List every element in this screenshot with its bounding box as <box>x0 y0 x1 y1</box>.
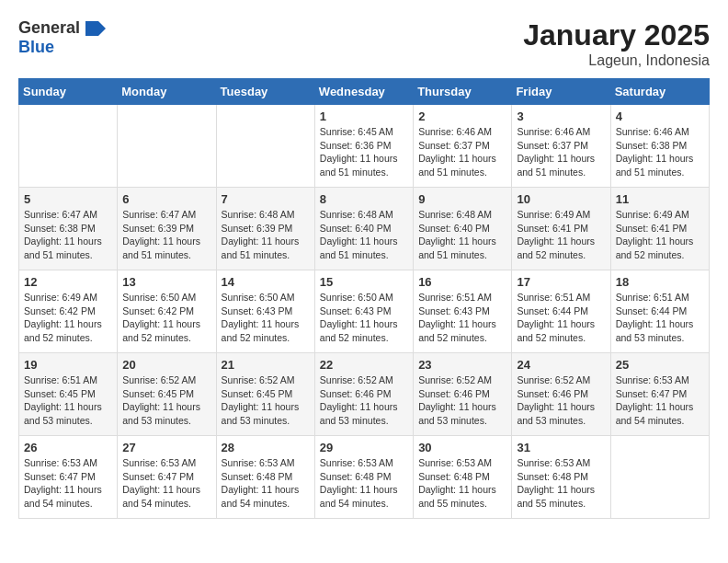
logo: General Blue <box>18 18 106 57</box>
day-number: 24 <box>517 358 605 372</box>
table-row: 23Sunrise: 6:52 AM Sunset: 6:46 PM Dayli… <box>414 353 512 436</box>
header-sunday: Sunday <box>19 79 118 105</box>
header-monday: Monday <box>118 79 216 105</box>
table-row: 7Sunrise: 6:48 AM Sunset: 6:39 PM Daylig… <box>216 188 314 270</box>
day-info: Sunrise: 6:53 AM Sunset: 6:47 PM Dayligh… <box>122 456 210 511</box>
table-row: 9Sunrise: 6:48 AM Sunset: 6:40 PM Daylig… <box>414 188 512 270</box>
table-row: 26Sunrise: 6:53 AM Sunset: 6:47 PM Dayli… <box>19 436 118 519</box>
day-info: Sunrise: 6:47 AM Sunset: 6:39 PM Dayligh… <box>122 208 210 262</box>
day-info: Sunrise: 6:50 AM Sunset: 6:43 PM Dayligh… <box>222 291 310 345</box>
day-info: Sunrise: 6:52 AM Sunset: 6:46 PM Dayligh… <box>418 373 506 428</box>
day-info: Sunrise: 6:49 AM Sunset: 6:41 PM Dayligh… <box>616 208 704 262</box>
calendar-week-row: 5Sunrise: 6:47 AM Sunset: 6:38 PM Daylig… <box>19 188 710 270</box>
table-row: 22Sunrise: 6:52 AM Sunset: 6:46 PM Dayli… <box>314 353 413 436</box>
day-number: 5 <box>24 192 112 206</box>
header-friday: Friday <box>512 79 610 105</box>
day-info: Sunrise: 6:48 AM Sunset: 6:40 PM Dayligh… <box>418 208 506 262</box>
table-row <box>216 105 314 188</box>
day-number: 9 <box>418 192 506 206</box>
day-number: 17 <box>517 275 605 289</box>
day-info: Sunrise: 6:49 AM Sunset: 6:42 PM Dayligh… <box>24 291 112 345</box>
day-number: 16 <box>418 275 506 289</box>
day-number: 14 <box>222 275 310 289</box>
table-row: 14Sunrise: 6:50 AM Sunset: 6:43 PM Dayli… <box>216 270 314 353</box>
day-info: Sunrise: 6:48 AM Sunset: 6:40 PM Dayligh… <box>320 208 408 262</box>
table-row: 19Sunrise: 6:51 AM Sunset: 6:45 PM Dayli… <box>19 353 118 436</box>
day-number: 26 <box>24 441 112 454</box>
table-row: 2Sunrise: 6:46 AM Sunset: 6:37 PM Daylig… <box>414 105 512 188</box>
logo-general-text: General <box>18 18 80 37</box>
table-row: 12Sunrise: 6:49 AM Sunset: 6:42 PM Dayli… <box>19 270 118 353</box>
title-block: January 2025 Lageun, Indonesia <box>523 18 710 69</box>
table-row: 13Sunrise: 6:50 AM Sunset: 6:42 PM Dayli… <box>118 270 216 353</box>
table-row: 4Sunrise: 6:46 AM Sunset: 6:38 PM Daylig… <box>610 105 709 188</box>
table-row: 6Sunrise: 6:47 AM Sunset: 6:39 PM Daylig… <box>118 188 216 270</box>
day-number: 25 <box>616 358 704 372</box>
day-number: 1 <box>320 109 408 123</box>
day-number: 2 <box>418 109 506 123</box>
table-row <box>610 436 709 519</box>
day-number: 30 <box>418 441 506 454</box>
day-info: Sunrise: 6:50 AM Sunset: 6:42 PM Dayligh… <box>122 291 210 345</box>
table-row: 21Sunrise: 6:52 AM Sunset: 6:45 PM Dayli… <box>216 353 314 436</box>
day-info: Sunrise: 6:51 AM Sunset: 6:44 PM Dayligh… <box>517 291 605 345</box>
day-info: Sunrise: 6:51 AM Sunset: 6:43 PM Dayligh… <box>418 291 506 345</box>
table-row: 17Sunrise: 6:51 AM Sunset: 6:44 PM Dayli… <box>512 270 610 353</box>
day-info: Sunrise: 6:52 AM Sunset: 6:46 PM Dayligh… <box>320 373 408 428</box>
table-row: 11Sunrise: 6:49 AM Sunset: 6:41 PM Dayli… <box>610 188 709 270</box>
table-row: 29Sunrise: 6:53 AM Sunset: 6:48 PM Dayli… <box>314 436 413 519</box>
table-row: 30Sunrise: 6:53 AM Sunset: 6:48 PM Dayli… <box>414 436 512 519</box>
calendar-week-row: 26Sunrise: 6:53 AM Sunset: 6:47 PM Dayli… <box>19 436 710 519</box>
day-info: Sunrise: 6:46 AM Sunset: 6:38 PM Dayligh… <box>616 125 704 179</box>
table-row: 28Sunrise: 6:53 AM Sunset: 6:48 PM Dayli… <box>216 436 314 519</box>
day-info: Sunrise: 6:52 AM Sunset: 6:45 PM Dayligh… <box>222 373 310 428</box>
day-number: 12 <box>24 275 112 289</box>
header-thursday: Thursday <box>414 79 512 105</box>
calendar-week-row: 1Sunrise: 6:45 AM Sunset: 6:36 PM Daylig… <box>19 105 710 188</box>
logo-blue-text: Blue <box>18 38 106 57</box>
day-number: 27 <box>122 441 210 454</box>
header-wednesday: Wednesday <box>314 79 413 105</box>
day-info: Sunrise: 6:53 AM Sunset: 6:48 PM Dayligh… <box>418 456 506 511</box>
table-row: 8Sunrise: 6:48 AM Sunset: 6:40 PM Daylig… <box>314 188 413 270</box>
day-info: Sunrise: 6:53 AM Sunset: 6:47 PM Dayligh… <box>24 456 112 511</box>
weekday-header-row: Sunday Monday Tuesday Wednesday Thursday… <box>19 79 710 105</box>
table-row: 10Sunrise: 6:49 AM Sunset: 6:41 PM Dayli… <box>512 188 610 270</box>
day-info: Sunrise: 6:53 AM Sunset: 6:48 PM Dayligh… <box>320 456 408 511</box>
day-info: Sunrise: 6:52 AM Sunset: 6:45 PM Dayligh… <box>122 373 210 428</box>
table-row: 18Sunrise: 6:51 AM Sunset: 6:44 PM Dayli… <box>610 270 709 353</box>
day-number: 19 <box>24 358 112 372</box>
day-info: Sunrise: 6:47 AM Sunset: 6:38 PM Dayligh… <box>24 208 112 262</box>
day-number: 31 <box>517 441 605 454</box>
day-number: 29 <box>320 441 408 454</box>
table-row: 5Sunrise: 6:47 AM Sunset: 6:38 PM Daylig… <box>19 188 118 270</box>
calendar-week-row: 12Sunrise: 6:49 AM Sunset: 6:42 PM Dayli… <box>19 270 710 353</box>
day-number: 21 <box>222 358 310 372</box>
table-row: 20Sunrise: 6:52 AM Sunset: 6:45 PM Dayli… <box>118 353 216 436</box>
header-saturday: Saturday <box>610 79 709 105</box>
table-row: 31Sunrise: 6:53 AM Sunset: 6:48 PM Dayli… <box>512 436 610 519</box>
table-row: 3Sunrise: 6:46 AM Sunset: 6:37 PM Daylig… <box>512 105 610 188</box>
day-info: Sunrise: 6:50 AM Sunset: 6:43 PM Dayligh… <box>320 291 408 345</box>
table-row: 25Sunrise: 6:53 AM Sunset: 6:47 PM Dayli… <box>610 353 709 436</box>
day-number: 28 <box>222 441 310 454</box>
table-row: 27Sunrise: 6:53 AM Sunset: 6:47 PM Dayli… <box>118 436 216 519</box>
day-number: 13 <box>122 275 210 289</box>
day-number: 22 <box>320 358 408 372</box>
day-number: 18 <box>616 275 704 289</box>
table-row: 1Sunrise: 6:45 AM Sunset: 6:36 PM Daylig… <box>314 105 413 188</box>
calendar-week-row: 19Sunrise: 6:51 AM Sunset: 6:45 PM Dayli… <box>19 353 710 436</box>
day-number: 15 <box>320 275 408 289</box>
page-header: General Blue January 2025 Lageun, Indone… <box>18 18 710 69</box>
day-number: 7 <box>222 192 310 206</box>
day-number: 4 <box>616 109 704 123</box>
calendar-table: Sunday Monday Tuesday Wednesday Thursday… <box>18 78 710 519</box>
svg-marker-0 <box>85 21 106 36</box>
day-info: Sunrise: 6:53 AM Sunset: 6:47 PM Dayligh… <box>616 373 704 428</box>
table-row: 15Sunrise: 6:50 AM Sunset: 6:43 PM Dayli… <box>314 270 413 353</box>
day-number: 23 <box>418 358 506 372</box>
day-number: 10 <box>517 192 605 206</box>
day-info: Sunrise: 6:51 AM Sunset: 6:44 PM Dayligh… <box>616 291 704 345</box>
day-number: 8 <box>320 192 408 206</box>
day-info: Sunrise: 6:53 AM Sunset: 6:48 PM Dayligh… <box>517 456 605 511</box>
